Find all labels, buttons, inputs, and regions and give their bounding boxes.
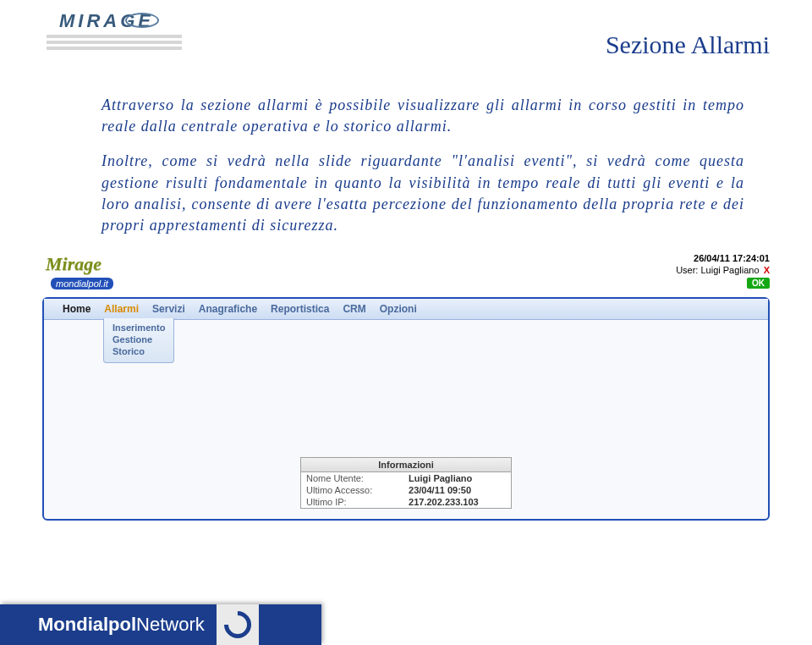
- paragraph-1: Attraverso la sezione allarmi è possibil…: [102, 95, 744, 137]
- info-row-lastip: Ultimo IP: 217.202.233.103: [301, 496, 511, 508]
- user-line: User: Luigi Pagliano X: [676, 265, 770, 275]
- info-table: Nome Utente: Luigi Pagliano Ultimo Acces…: [301, 472, 511, 508]
- submenu-storico[interactable]: Storico: [112, 345, 165, 357]
- info-v-lastip: 217.202.233.103: [403, 496, 511, 508]
- app-screenshot: Mirage mondialpol.it 26/04/11 17:24:01 U…: [42, 253, 770, 521]
- user-label: User:: [676, 265, 698, 275]
- app-window: Home Allarmi Servizi Anagrafiche Reporti…: [42, 297, 770, 521]
- datetime-label: 26/04/11 17:24:01: [676, 253, 770, 263]
- info-row-username: Nome Utente: Luigi Pagliano: [301, 472, 511, 484]
- decorative-lines: [47, 32, 182, 52]
- body-text: Attraverso la sezione allarmi è possibil…: [102, 95, 744, 236]
- menu-home[interactable]: Home: [63, 303, 91, 315]
- info-k-lastip: Ultimo IP:: [301, 496, 403, 508]
- menu-servizi[interactable]: Servizi: [152, 303, 185, 315]
- menu-crm[interactable]: CRM: [343, 303, 365, 315]
- slide-footer: MondialpolNetwork: [0, 604, 321, 645]
- app-brand-name: Mirage: [46, 253, 113, 275]
- info-header: Informazioni: [301, 458, 511, 472]
- slide-header: MIRAGE Sezione Allarmi: [0, 0, 812, 61]
- app-brand-domain: mondialpol.it: [51, 278, 113, 289]
- ok-badge: OK: [747, 278, 770, 289]
- logout-icon[interactable]: X: [764, 265, 770, 275]
- app-topbar: Mirage mondialpol.it 26/04/11 17:24:01 U…: [42, 253, 770, 297]
- section-title: Sezione Allarmi: [606, 30, 770, 59]
- info-row-lastaccess: Ultimo Accesso: 23/04/11 09:50: [301, 484, 511, 496]
- info-panel: Informazioni Nome Utente: Luigi Pagliano…: [300, 457, 512, 509]
- footer-brand: MondialpolNetwork: [38, 614, 205, 636]
- mirage-logo: MIRAGE: [59, 10, 154, 32]
- info-k-lastaccess: Ultimo Accesso:: [301, 484, 403, 496]
- footer-swirl-icon: [217, 604, 259, 645]
- info-k-username: Nome Utente:: [301, 472, 403, 484]
- footer-brand-2: Network: [136, 614, 205, 635]
- submenu-allarmi: Inserimento Gestione Storico: [103, 318, 174, 363]
- app-status: 26/04/11 17:24:01 User: Luigi Pagliano X…: [676, 253, 770, 289]
- app-brand: Mirage mondialpol.it: [46, 253, 113, 290]
- menu-opzioni[interactable]: Opzioni: [380, 303, 417, 315]
- logo-ellipse-icon: [125, 13, 159, 28]
- menu-allarmi[interactable]: Allarmi: [104, 303, 139, 315]
- user-name: Luigi Pagliano: [700, 265, 759, 275]
- menubar: Home Allarmi Servizi Anagrafiche Reporti…: [44, 299, 768, 320]
- info-v-username: Luigi Pagliano: [403, 472, 511, 484]
- paragraph-2: Inoltre, come si vedrà nella slide rigua…: [102, 151, 744, 236]
- submenu-gestione[interactable]: Gestione: [112, 334, 165, 345]
- footer-brand-1: Mondialpol: [38, 614, 136, 635]
- info-v-lastaccess: 23/04/11 09:50: [403, 484, 511, 496]
- menu-anagrafiche[interactable]: Anagrafiche: [199, 303, 257, 315]
- submenu-inserimento[interactable]: Inserimento: [112, 322, 165, 334]
- menu-reportistica[interactable]: Reportistica: [271, 303, 329, 315]
